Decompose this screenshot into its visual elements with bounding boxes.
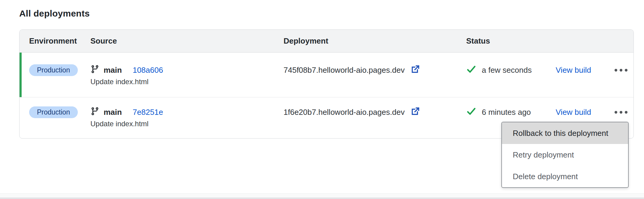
environment-badge: Production xyxy=(29,106,78,118)
view-build-link[interactable]: View build xyxy=(556,108,591,117)
deployment-url-link[interactable]: 1f6e20b7.helloworld-aio.pages.dev xyxy=(284,106,466,118)
commit-link[interactable]: 7e8251e xyxy=(133,108,163,117)
table-header-row: Environment Source Deployment Status xyxy=(20,30,633,53)
column-header-status: Status xyxy=(466,36,556,46)
deployment-actions-menu: Rollback to this deployment Retry deploy… xyxy=(501,122,629,188)
branch-name: main xyxy=(104,66,122,75)
external-link-icon xyxy=(410,64,421,77)
column-header-environment: Environment xyxy=(29,36,90,46)
page-bottom-divider xyxy=(0,193,644,199)
git-branch-icon xyxy=(90,107,99,118)
more-actions-button[interactable] xyxy=(615,106,627,118)
check-icon xyxy=(466,107,476,118)
more-actions-button[interactable] xyxy=(615,64,627,76)
view-build-link[interactable]: View build xyxy=(556,66,591,75)
branch-name: main xyxy=(104,108,122,117)
commit-message: Update index.html xyxy=(90,119,284,129)
git-branch-icon xyxy=(90,65,99,76)
commit-message: Update index.html xyxy=(90,77,284,87)
menu-item-delete[interactable]: Delete deployment xyxy=(502,166,628,187)
deployment-row: Production main 108a606 Update index.htm… xyxy=(20,53,633,97)
external-link-icon xyxy=(410,106,421,119)
column-header-source: Source xyxy=(90,36,284,46)
menu-item-rollback[interactable]: Rollback to this deployment xyxy=(502,122,628,144)
deployment-url-link[interactable]: 745f08b7.helloworld-aio.pages.dev xyxy=(284,64,466,76)
environment-badge: Production xyxy=(29,64,78,76)
page-title: All deployments xyxy=(19,8,90,19)
status-time: a few seconds xyxy=(482,66,532,75)
menu-item-retry[interactable]: Retry deployment xyxy=(502,144,628,166)
check-icon xyxy=(466,65,476,76)
column-header-deployment: Deployment xyxy=(284,36,466,46)
commit-link[interactable]: 108a606 xyxy=(133,66,163,75)
current-deployment-indicator xyxy=(20,53,22,97)
status-time: 6 minutes ago xyxy=(482,108,531,117)
